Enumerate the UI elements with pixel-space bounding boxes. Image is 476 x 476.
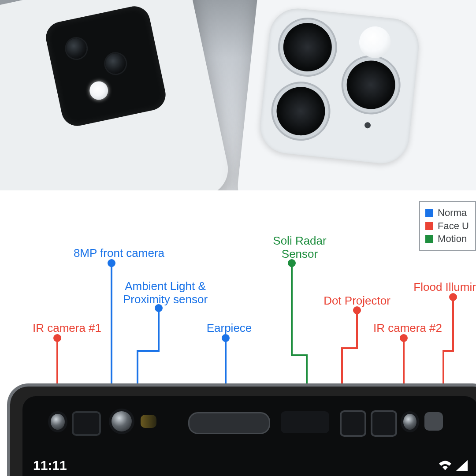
sensor-ambient-prox bbox=[141, 415, 156, 428]
sensor-diagram: Norma Face U Motion IR camera #18MP fron… bbox=[0, 194, 476, 476]
hero-photo-composite bbox=[0, 0, 476, 190]
iphone-lens-3 bbox=[344, 58, 398, 112]
status-bar: 11:11 bbox=[33, 458, 468, 473]
callout-ir1: IR camera #1 bbox=[23, 322, 111, 335]
pixel-lens-2 bbox=[104, 52, 128, 76]
pixel-camera-module bbox=[43, 4, 169, 129]
iphone-lens-2 bbox=[274, 85, 327, 138]
signal-icon bbox=[456, 460, 468, 471]
dot-flood bbox=[449, 293, 457, 301]
pixel-flash bbox=[88, 80, 110, 102]
sensor-ir2 bbox=[401, 411, 419, 432]
callout-soli: Soli RadarSensor bbox=[260, 234, 339, 261]
callout-dot: Dot Projector bbox=[317, 294, 397, 308]
status-icons bbox=[439, 460, 468, 471]
dot-front8 bbox=[108, 259, 115, 267]
wifi-icon bbox=[439, 460, 452, 471]
sensor-ir1-frame bbox=[72, 411, 101, 436]
dot-ir2 bbox=[400, 334, 408, 342]
sensor-dot-projector bbox=[340, 410, 366, 437]
leader-flood bbox=[443, 300, 453, 383]
top-divider bbox=[0, 190, 476, 194]
phone-top-bezel: 11:11 bbox=[7, 383, 476, 476]
dot-ear bbox=[222, 334, 230, 342]
sensor-ir1 bbox=[48, 411, 67, 432]
dot-ir1 bbox=[53, 334, 61, 342]
iphone-camera-module bbox=[257, 6, 422, 166]
pixel-lens-1 bbox=[64, 37, 89, 61]
callout-flood: Flood Illumin bbox=[402, 281, 476, 294]
callout-ir2: IR camera #2 bbox=[366, 322, 450, 335]
sensor-earpiece bbox=[188, 412, 270, 434]
status-time: 11:11 bbox=[33, 458, 67, 473]
iphone-flash bbox=[357, 25, 392, 60]
sensor-flood-illuminator bbox=[424, 412, 443, 431]
iphone-mic bbox=[364, 122, 371, 128]
bezel-inner: 11:11 bbox=[22, 396, 476, 476]
iphone-lens-1 bbox=[281, 21, 334, 74]
callout-amb: Ambient Light &Proximity sensor bbox=[112, 280, 218, 306]
sensor-front-camera bbox=[109, 409, 134, 434]
leader-soli bbox=[292, 266, 307, 383]
sensor-cluster-frame bbox=[371, 410, 397, 437]
callout-ear: Earpiece bbox=[203, 322, 256, 335]
leader-dot bbox=[342, 313, 357, 383]
sensor-soli-radar bbox=[281, 411, 329, 433]
callout-front8: 8MP front camera bbox=[62, 247, 176, 260]
leader-amb bbox=[138, 311, 159, 383]
